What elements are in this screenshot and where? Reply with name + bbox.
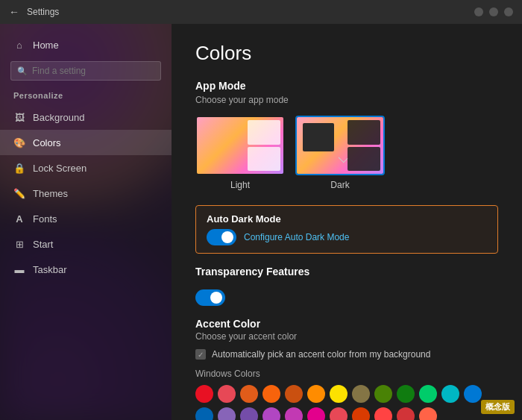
close-button[interactable] bbox=[504, 7, 513, 16]
fonts-icon: A bbox=[13, 213, 25, 225]
configure-auto-dark-link[interactable]: Configure Auto Dark Mode bbox=[244, 232, 349, 242]
transparency-features-label: Transparency Features bbox=[195, 266, 309, 278]
dark-preview-panels bbox=[345, 117, 383, 174]
sidebar-item-colors-label: Colors bbox=[33, 137, 61, 148]
light-mode-card[interactable]: Light bbox=[195, 116, 285, 190]
taskbar-icon: ▬ bbox=[13, 263, 25, 275]
color-circle-4[interactable] bbox=[285, 385, 303, 403]
accent-color-title: Accent Color bbox=[195, 318, 498, 330]
search-input[interactable] bbox=[32, 66, 154, 76]
color-circle-17[interactable] bbox=[285, 407, 303, 420]
color-circle-0[interactable] bbox=[195, 385, 213, 403]
windows-colors-label: Windows Colors bbox=[195, 369, 498, 379]
dark-panel-1 bbox=[348, 120, 380, 145]
app-mode-title: App Mode bbox=[195, 80, 498, 92]
color-circle-13[interactable] bbox=[195, 407, 213, 420]
color-circle-23[interactable] bbox=[419, 407, 437, 420]
search-box[interactable]: 🔍 bbox=[10, 61, 161, 81]
watermark: 概念版 bbox=[481, 400, 515, 414]
color-circle-6[interactable] bbox=[330, 385, 348, 403]
color-circles bbox=[195, 385, 498, 420]
background-icon: 🖼 bbox=[13, 111, 25, 123]
color-circle-22[interactable] bbox=[397, 407, 415, 420]
page-title: Colors bbox=[195, 42, 498, 65]
sidebar-item-fonts-label: Fonts bbox=[33, 213, 57, 225]
light-panel-2 bbox=[248, 147, 280, 172]
sidebar-item-background[interactable]: 🖼 Background bbox=[0, 104, 172, 130]
dark-mode-label: Dark bbox=[330, 180, 349, 190]
dark-mode-card[interactable]: Dark bbox=[295, 116, 385, 190]
auto-accent-checkbox[interactable]: ✓ bbox=[195, 349, 206, 360]
sidebar-item-taskbar-label: Taskbar bbox=[33, 264, 67, 275]
color-circle-7[interactable] bbox=[352, 385, 370, 403]
window-controls bbox=[474, 7, 513, 16]
auto-accent-row: ✓ Automatically pick an accent color fro… bbox=[195, 349, 498, 360]
auto-dark-mode-box: Auto Dark Mode Configure Auto Dark Mode bbox=[195, 205, 498, 254]
sidebar-item-themes-label: Themes bbox=[33, 188, 68, 199]
dark-preview-square bbox=[303, 123, 334, 151]
color-circle-18[interactable] bbox=[307, 407, 325, 420]
auto-accent-label: Automatically pick an accent color from … bbox=[212, 349, 430, 360]
themes-icon: ✏️ bbox=[13, 187, 25, 199]
content-area: Colors App Mode Choose your app mode bbox=[172, 24, 522, 420]
dark-mode-preview bbox=[295, 116, 385, 175]
settings-window: ← Settings ⌂ Home 🔍 Personalize 🖼 Backgr… bbox=[0, 0, 522, 420]
sidebar-item-lock-screen[interactable]: 🔒 Lock Screen bbox=[0, 155, 172, 181]
sidebar-item-start-label: Start bbox=[33, 239, 53, 250]
color-circle-1[interactable] bbox=[218, 385, 236, 403]
light-mode-preview bbox=[195, 116, 285, 175]
search-icon: 🔍 bbox=[17, 66, 28, 76]
transparency-toggle[interactable] bbox=[195, 289, 225, 306]
light-preview-panels bbox=[245, 117, 283, 174]
maximize-button[interactable] bbox=[489, 7, 498, 16]
color-circle-9[interactable] bbox=[397, 385, 415, 403]
color-circle-8[interactable] bbox=[374, 385, 392, 403]
light-panel-1 bbox=[248, 120, 280, 145]
sidebar-home-label: Home bbox=[33, 40, 59, 51]
sidebar-section-label: Personalize bbox=[0, 88, 172, 104]
accent-color-subtitle: Choose your accent color bbox=[195, 331, 498, 342]
sidebar-item-fonts[interactable]: A Fonts bbox=[0, 206, 172, 231]
color-circle-16[interactable] bbox=[262, 407, 280, 420]
sidebar-item-taskbar[interactable]: ▬ Taskbar bbox=[0, 257, 172, 282]
sidebar-item-colors[interactable]: 🎨 Colors bbox=[0, 130, 172, 155]
home-icon: ⌂ bbox=[13, 39, 25, 51]
dark-preview-bg bbox=[297, 117, 383, 174]
main-layout: ⌂ Home 🔍 Personalize 🖼 Background 🎨 Colo… bbox=[0, 24, 522, 420]
start-icon: ⊞ bbox=[13, 238, 25, 250]
color-circle-10[interactable] bbox=[419, 385, 437, 403]
sidebar-item-start[interactable]: ⊞ Start bbox=[0, 231, 172, 257]
sidebar-item-background-label: Background bbox=[33, 112, 84, 123]
auto-dark-mode-toggle[interactable] bbox=[207, 229, 236, 245]
window-title: Settings bbox=[27, 7, 59, 17]
auto-dark-mode-title: Auto Dark Mode bbox=[207, 213, 487, 225]
dark-panel-2 bbox=[348, 147, 380, 172]
back-button[interactable]: ← bbox=[9, 6, 19, 18]
color-circle-20[interactable] bbox=[352, 407, 370, 420]
transparency-toggle-container bbox=[195, 289, 498, 306]
sidebar-item-home[interactable]: ⌂ Home bbox=[0, 33, 172, 57]
sidebar-item-themes[interactable]: ✏️ Themes bbox=[0, 181, 172, 206]
sidebar: ⌂ Home 🔍 Personalize 🖼 Background 🎨 Colo… bbox=[0, 24, 172, 420]
color-circle-14[interactable] bbox=[218, 407, 236, 420]
color-circle-12[interactable] bbox=[464, 385, 482, 403]
color-circle-2[interactable] bbox=[240, 385, 258, 403]
auto-dark-mode-toggle-row: Configure Auto Dark Mode bbox=[207, 229, 487, 245]
transparency-features-row: Transparency Features bbox=[195, 266, 498, 278]
color-circle-21[interactable] bbox=[374, 407, 392, 420]
titlebar: ← Settings bbox=[0, 0, 522, 24]
color-circle-19[interactable] bbox=[330, 407, 348, 420]
light-mode-label: Light bbox=[230, 180, 250, 190]
color-circle-15[interactable] bbox=[240, 407, 258, 420]
colors-icon: 🎨 bbox=[13, 137, 25, 148]
app-mode-subtitle: Choose your app mode bbox=[195, 95, 498, 105]
light-preview-bg bbox=[197, 117, 283, 174]
lock-screen-icon: 🔒 bbox=[13, 162, 25, 174]
sidebar-item-lock-screen-label: Lock Screen bbox=[33, 163, 87, 174]
color-circle-5[interactable] bbox=[307, 385, 325, 403]
app-mode-cards: Light Dark bbox=[195, 116, 498, 190]
color-circle-3[interactable] bbox=[262, 385, 280, 403]
minimize-button[interactable] bbox=[474, 7, 483, 16]
color-circle-11[interactable] bbox=[441, 385, 459, 403]
